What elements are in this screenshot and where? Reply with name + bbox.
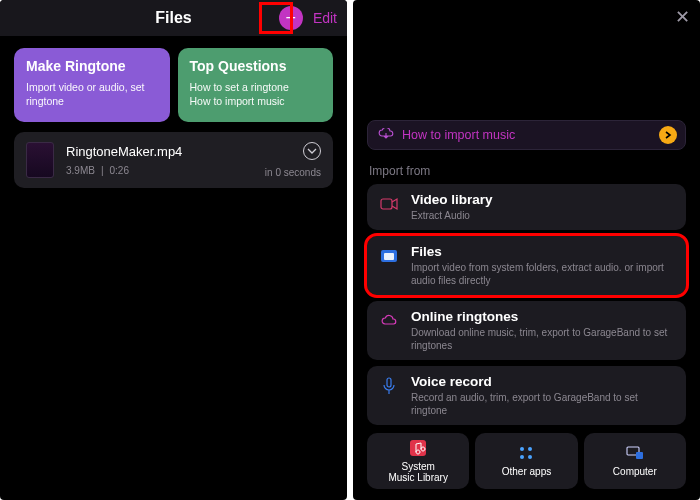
tile-computer[interactable]: Computer: [584, 433, 686, 489]
chevron-right-icon: [664, 131, 672, 139]
svg-rect-0: [381, 199, 392, 209]
option-voice-record[interactable]: Voice record Record an audio, trim, expo…: [367, 366, 686, 425]
card-title: Top Questions: [190, 58, 322, 74]
tile-label: Computer: [613, 466, 657, 478]
edit-button[interactable]: Edit: [313, 10, 337, 26]
plus-icon: +: [286, 9, 297, 27]
option-desc: Download online music, trim, export to G…: [411, 326, 674, 352]
banner-text: How to import music: [402, 128, 651, 142]
option-video-library[interactable]: Video library Extract Audio: [367, 184, 686, 230]
svg-point-7: [520, 455, 524, 459]
file-thumbnail: [26, 142, 54, 178]
cloud-music-icon: [379, 311, 399, 331]
file-sep: |: [101, 165, 104, 176]
file-duration: 0:26: [110, 165, 129, 176]
tile-system-music[interactable]: System Music Library: [367, 433, 469, 489]
svg-rect-2: [384, 253, 394, 260]
close-icon: ✕: [675, 7, 690, 27]
card-body: Import video or audio, set ringtone: [26, 80, 158, 108]
tile-other-apps[interactable]: Other apps: [475, 433, 577, 489]
file-row[interactable]: RingtoneMaker.mp4 3.9MB | 0:26 in 0 seco…: [14, 132, 333, 188]
tile-label: System Music Library: [388, 461, 447, 484]
banner-go-button[interactable]: [659, 126, 677, 144]
card-title: Make Ringtone: [26, 58, 158, 74]
card-top-questions[interactable]: Top Questions How to set a ringtone How …: [178, 48, 334, 122]
apps-grid-icon: [517, 444, 535, 462]
option-title: Online ringtones: [411, 309, 674, 324]
svg-point-6: [528, 447, 532, 451]
cloud-download-icon: [378, 126, 394, 144]
option-desc: Import video from system folders, extrac…: [411, 261, 674, 287]
expand-button[interactable]: [303, 142, 321, 160]
video-icon: [379, 194, 399, 214]
card-body: How to set a ringtone How to import musi…: [190, 80, 322, 108]
option-desc: Extract Audio: [411, 209, 493, 222]
microphone-icon: [379, 376, 399, 396]
section-label: Import from: [369, 164, 684, 178]
svg-point-5: [520, 447, 524, 451]
card-make-ringtone[interactable]: Make Ringtone Import video or audio, set…: [14, 48, 170, 122]
banner-how-to-import[interactable]: How to import music: [367, 120, 686, 150]
music-app-icon: [409, 439, 427, 457]
option-online-ringtones[interactable]: Online ringtones Download online music, …: [367, 301, 686, 360]
chevron-down-icon: [307, 148, 317, 154]
option-title: Voice record: [411, 374, 674, 389]
svg-rect-10: [636, 452, 643, 459]
svg-rect-3: [387, 378, 391, 387]
option-files[interactable]: Files Import video from system folders, …: [367, 236, 686, 295]
screen-import-sheet: ✕ How to import music Import from Video …: [353, 0, 700, 500]
tile-label: Other apps: [502, 466, 551, 478]
folder-icon: [379, 246, 399, 266]
svg-point-8: [528, 455, 532, 459]
screen-files: Files + Edit Make Ringtone Import video …: [0, 0, 347, 500]
close-button[interactable]: ✕: [675, 6, 690, 28]
computer-icon: [626, 444, 644, 462]
page-title: Files: [155, 9, 191, 27]
file-size: 3.9MB: [66, 165, 95, 176]
option-desc: Record an audio, trim, export to GarageB…: [411, 391, 674, 417]
nav-bar: Files + Edit: [0, 0, 347, 36]
option-title: Video library: [411, 192, 493, 207]
option-title: Files: [411, 244, 674, 259]
file-age: in 0 seconds: [265, 167, 321, 178]
add-button[interactable]: +: [279, 6, 303, 30]
